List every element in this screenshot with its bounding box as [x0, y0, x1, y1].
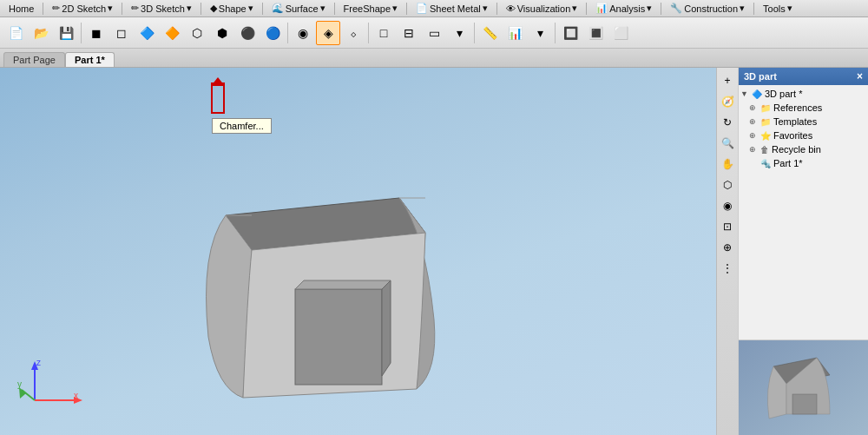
toolbar-analysis-btn[interactable]: 📊 [503, 21, 527, 45]
svg-text:y: y [17, 379, 22, 389]
tree-item-templates[interactable]: ⊕📁Templates [739, 115, 868, 129]
panel-close-button[interactable]: × [857, 70, 863, 82]
toolbar-btn-c[interactable]: 🔷 [135, 21, 159, 45]
toolbar-split-btn[interactable]: ⊟ [397, 21, 421, 45]
side-toolbar: + 🧭 ↻ 🔍 ✋ ⬡ ◉ ⊡ ⊕ ⋮ [716, 68, 738, 435]
menu-separator-7 [496, 3, 497, 15]
toolbar-save-btn[interactable]: 💾 [54, 21, 78, 45]
toolbar-chamfer-btn[interactable]: ◈ [316, 21, 340, 45]
svg-rect-1 [295, 289, 382, 385]
tree-item-recyclebin[interactable]: ⊕🗑Recycle bin [739, 142, 868, 156]
menu-tools[interactable]: Tools ▾ [758, 2, 798, 15]
toolbar-group-3: ◉ ◈ ⬦ [291, 21, 365, 45]
tab-part1[interactable]: Part 1* [65, 52, 115, 67]
arrow-head [211, 77, 225, 86]
toolbar-btn-d[interactable]: 🔶 [160, 21, 184, 45]
svg-text:x: x [74, 391, 78, 400]
toolbar-btn-h[interactable]: 🔵 [260, 21, 285, 45]
menu-separator-1 [43, 3, 43, 15]
toolbar-view-shaded-btn[interactable]: 🔳 [583, 21, 608, 45]
svg-marker-2 [295, 280, 391, 289]
tree-item-references[interactable]: ⊕📁References [739, 101, 868, 115]
3d-shape [174, 163, 477, 406]
toolbar-fillet-btn[interactable]: ◉ [291, 21, 315, 45]
coordinate-axes: z x y [17, 357, 87, 409]
side-btn-compass[interactable]: 🧭 [718, 92, 737, 111]
toolbar-draft-btn[interactable]: ⬦ [341, 21, 365, 45]
svg-rect-15 [792, 394, 817, 414]
svg-text:z: z [36, 358, 41, 367]
toolbar-view-wireframe-btn[interactable]: ⬜ [608, 21, 633, 45]
toolbar-sep-5 [555, 23, 556, 43]
toolbar-sep-1 [81, 23, 82, 43]
side-btn-view3[interactable]: ⊡ [718, 217, 737, 236]
tree-item-favorites[interactable]: ⊕⭐Favorites [739, 129, 868, 142]
toolbar-btn-b[interactable]: ◻ [109, 21, 134, 45]
menu-separator-2 [122, 3, 122, 15]
menu-analysis[interactable]: 📊 Analysis ▾ [590, 2, 657, 15]
tree-item-3dpart*[interactable]: ▼🔷3D part * [739, 87, 868, 101]
menu-home[interactable]: Home [3, 3, 39, 15]
right-panel: 3D part × ▼🔷3D part *⊕📁References⊕📁Templ… [738, 68, 868, 435]
menu-shape[interactable]: ◆ Shape ▾ [205, 2, 259, 15]
toolbar-sep-3 [368, 23, 369, 43]
menu-surface[interactable]: 🌊 Surface ▾ [266, 2, 331, 15]
side-btn-pan[interactable]: ✋ [718, 155, 737, 174]
toolbar-btn-e[interactable]: ⬡ [185, 21, 209, 45]
menu-3d-sketch[interactable]: ✏ 3D Sketch ▾ [126, 2, 197, 15]
viewport-3d[interactable]: Chamfer... [0, 68, 716, 435]
side-btn-view2[interactable]: ◉ [718, 196, 737, 215]
toolbar-more2-btn[interactable]: ▾ [528, 21, 552, 45]
side-btn-view4[interactable]: ⊕ [718, 238, 737, 257]
side-btn-plus[interactable]: + [718, 71, 737, 90]
panel-header: 3D part × [739, 68, 868, 85]
toolbar-shell-btn[interactable]: □ [372, 21, 396, 45]
menu-separator-4 [262, 3, 263, 15]
toolbar-btn-a[interactable]: ◼ [84, 21, 108, 45]
tab-bar: Part Page Part 1* [0, 49, 868, 68]
side-btn-view1[interactable]: ⬡ [718, 175, 737, 194]
toolbar-measure-btn[interactable]: 📏 [477, 21, 502, 45]
toolbar-group-1: 📄 📂 💾 [3, 21, 78, 45]
side-btn-rotate[interactable]: ↻ [718, 113, 737, 132]
menu-freeshape[interactable]: FreeShape ▾ [339, 2, 403, 15]
toolbar-btn-g[interactable]: ⚫ [235, 21, 260, 45]
toolbar-open-btn[interactable]: 📂 [29, 21, 53, 45]
svg-marker-3 [382, 280, 391, 376]
toolbar: 📄 📂 💾 ◼ ◻ 🔷 🔶 ⬡ ⬢ ⚫ 🔵 ◉ ◈ ⬦ □ ⊟ ▭ ▾ 📏 📊 … [0, 17, 868, 49]
tab-part-page[interactable]: Part Page [3, 52, 65, 67]
toolbar-group-view: 🔲 🔳 ⬜ [558, 21, 633, 45]
menu-separator-6 [406, 3, 407, 15]
toolbar-more-btn[interactable]: ▾ [447, 21, 471, 45]
side-btn-zoom[interactable]: 🔍 [718, 134, 737, 153]
toolbar-sep-2 [287, 23, 288, 43]
mini-preview [739, 339, 868, 435]
toolbar-thickness-btn[interactable]: ▭ [422, 21, 446, 45]
menu-construction[interactable]: 🔧 Construction ▾ [665, 2, 750, 15]
chamfer-tooltip: Chamfer... [212, 118, 272, 134]
menu-separator-3 [201, 3, 201, 15]
menu-visualization[interactable]: 👁 Visualization ▾ [501, 2, 583, 15]
toolbar-new-btn[interactable]: 📄 [3, 21, 28, 45]
menu-2d-sketch[interactable]: ✏ 2D Sketch ▾ [47, 2, 118, 15]
toolbar-group-2: ◼ ◻ 🔷 🔶 ⬡ ⬢ ⚫ 🔵 [84, 21, 285, 45]
side-btn-dots[interactable]: ⋮ [718, 259, 737, 278]
panel-tree: ▼🔷3D part *⊕📁References⊕📁Templates⊕⭐Favo… [739, 85, 868, 339]
menu-separator-10 [753, 3, 754, 15]
menu-separator-8 [586, 3, 587, 15]
tree-item-part1*[interactable]: 🔩Part 1* [739, 156, 868, 170]
toolbar-group-4: □ ⊟ ▭ ▾ [372, 21, 471, 45]
toolbar-view-normal-btn[interactable]: 🔲 [558, 21, 582, 45]
menu-sheet-metal[interactable]: 📄 Sheet Metal ▾ [411, 2, 493, 15]
arrow-box [211, 82, 225, 114]
main-content: Chamfer... [0, 68, 868, 435]
menu-bar: Home ✏ 2D Sketch ▾ ✏ 3D Sketch ▾ ◆ Shape… [0, 0, 868, 17]
toolbar-sep-4 [474, 23, 475, 43]
toolbar-group-5: 📏 📊 ▾ [477, 21, 552, 45]
menu-separator-9 [661, 3, 661, 15]
menu-separator-5 [334, 3, 335, 15]
toolbar-btn-f[interactable]: ⬢ [210, 21, 234, 45]
